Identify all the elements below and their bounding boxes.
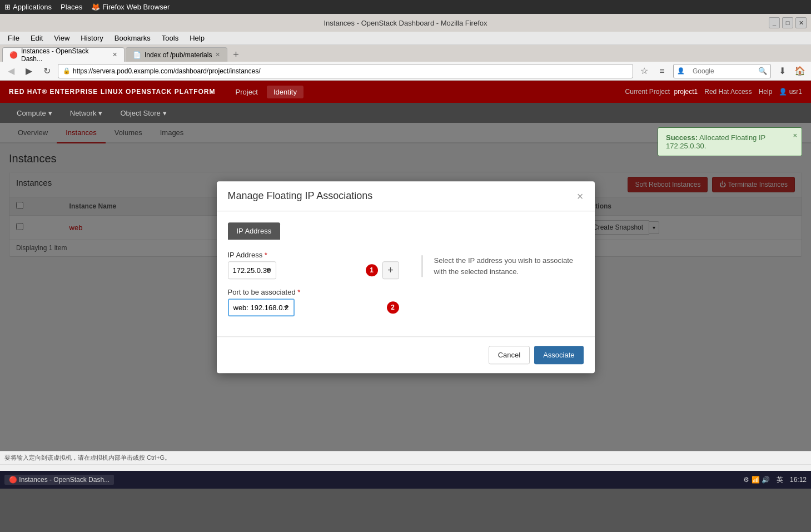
home-button[interactable]: 🏠	[793, 64, 807, 78]
apps-icon: ⊞	[4, 3, 11, 11]
add-ip-button[interactable]: +	[382, 261, 399, 279]
ip-select-wrap: 172.25.0.30	[228, 261, 358, 279]
status-message: 要将输入定向到该虚拟机，请在虚拟机内部单击或按 Ctrl+G。	[4, 454, 171, 462]
tab-label: Instances - OpenStack Dash...	[21, 47, 109, 63]
reader-view[interactable]: ≡	[655, 64, 669, 78]
modal-body: IP Address IP Address * 172.25.0.30	[217, 211, 595, 336]
back-button[interactable]: ◀	[4, 64, 18, 78]
close-button[interactable]: ✕	[795, 17, 807, 28]
notification-title: Success:	[666, 133, 698, 142]
modal-tabs: IP Address	[228, 222, 584, 240]
maximize-button[interactable]: □	[782, 17, 793, 28]
floating-ip-modal: Manage Floating IP Associations × IP Add…	[217, 181, 595, 373]
reload-button[interactable]: ↻	[40, 64, 53, 78]
port-select-wrap: web: 192.168.0.2	[228, 299, 379, 316]
download-button[interactable]: ⬇	[775, 64, 789, 78]
cancel-button[interactable]: Cancel	[489, 346, 530, 364]
search-button[interactable]: 🔍	[755, 67, 770, 75]
url-text: https://servera.pod0.example.com/dashboa…	[73, 67, 261, 75]
bookmark-star[interactable]: ☆	[638, 64, 651, 78]
port-label: Port to be associated *	[228, 288, 399, 296]
minimize-button[interactable]: _	[769, 17, 780, 28]
header-nav: Project Identity	[229, 86, 303, 98]
taskbar-right: ⚙ 📶 🔊 英 16:12	[743, 475, 807, 485]
object-store-menu[interactable]: Object Store ▾	[112, 106, 174, 121]
os-logo: RED HAT® ENTERPRISE LINUX OPENSTACK PLAT…	[9, 88, 216, 96]
notification-close[interactable]: ×	[793, 131, 797, 140]
url-bar[interactable]: 🔒 https://servera.pod0.example.com/dashb…	[58, 64, 633, 78]
search-input[interactable]	[688, 64, 755, 78]
menu-history-label[interactable]: History	[77, 33, 106, 43]
window-controls: _ □ ✕	[769, 17, 807, 28]
window-title: Instances - OpenStack Dashboard - Mozill…	[324, 19, 487, 27]
taskbar-lang: 英	[777, 475, 783, 485]
port-row: web: 192.168.0.2 2	[228, 299, 399, 316]
ip-address-group: IP Address * 172.25.0.30 1 +	[228, 251, 399, 279]
menu-bookmarks[interactable]: Bookmarks	[111, 33, 154, 43]
address-bar: ◀ ▶ ↻ 🔒 https://servera.pod0.example.com…	[0, 62, 811, 81]
compute-chevron: ▾	[48, 109, 52, 117]
tab-index-label: Index of /pub/materials	[145, 51, 212, 59]
help-link[interactable]: Help	[759, 88, 773, 96]
form-right: Select the IP address you wish to associ…	[412, 251, 584, 325]
user-menu[interactable]: 👤 usr1	[779, 88, 802, 96]
step1-badge: 1	[366, 264, 378, 276]
port-group: Port to be associated * web: 192.168.0.2…	[228, 288, 399, 316]
new-tab-button[interactable]: +	[228, 47, 243, 62]
modal-description: Select the IP address you wish to associ…	[421, 255, 584, 277]
modal-close-button[interactable]: ×	[577, 191, 584, 202]
scroll-bar-area[interactable]	[0, 464, 811, 471]
header-right: Current Project project1 Red Hat Access …	[625, 88, 803, 96]
header-identity[interactable]: Identity	[267, 86, 303, 98]
port-select[interactable]: web: 192.168.0.2	[228, 299, 295, 316]
red-hat-access[interactable]: Red Hat Access	[704, 88, 752, 96]
openstack-header: RED HAT® ENTERPRISE LINUX OPENSTACK PLAT…	[0, 81, 811, 103]
menu-edit[interactable]: Edit	[27, 33, 46, 43]
browser-chrome: Instances - OpenStack Dashboard - Mozill…	[0, 14, 811, 81]
os-places-menu[interactable]: Places	[61, 3, 82, 11]
modal-footer: Cancel Associate	[217, 336, 595, 373]
network-menu[interactable]: Network ▾	[62, 106, 111, 121]
success-notification: × Success: Allocated Floating IP 172.25.…	[658, 127, 802, 156]
ip-address-row: 172.25.0.30 1 +	[228, 261, 399, 279]
form-left: IP Address * 172.25.0.30 1 +	[228, 251, 399, 325]
current-project-label: Current Project project1	[625, 88, 698, 96]
tab-bar: 🔴 Instances - OpenStack Dash... ✕ 📄 Inde…	[0, 45, 811, 62]
modal-title: Manage Floating IP Associations	[228, 190, 373, 202]
tab-doc-icon: 📄	[133, 51, 141, 59]
ip-address-select[interactable]: 172.25.0.30	[228, 261, 276, 279]
ip-address-tab[interactable]: IP Address	[228, 222, 281, 240]
os-top-bar: ⊞ Applications Places 🦊 Firefox Web Brow…	[0, 0, 811, 14]
header-project[interactable]: Project	[229, 86, 265, 98]
main-content: Overview Instances Volumes Images Instan…	[0, 123, 811, 451]
forward-button[interactable]: ▶	[22, 64, 36, 78]
title-bar: Instances - OpenStack Dashboard - Mozill…	[0, 14, 811, 32]
tab-index[interactable]: 📄 Index of /pub/materials ✕	[126, 47, 227, 62]
network-chevron: ▾	[98, 109, 102, 117]
step2-badge: 2	[387, 301, 399, 314]
modal-form: IP Address * 172.25.0.30 1 +	[228, 251, 584, 325]
menu-bar: File Edit View Instances - OpenStack Das…	[0, 32, 811, 45]
status-bar: 要将输入定向到该虚拟机，请在虚拟机内部单击或按 Ctrl+G。	[0, 451, 811, 464]
menu-help[interactable]: Help	[186, 33, 208, 43]
os-applications-menu[interactable]: ⊞ Applications	[4, 3, 52, 11]
tab-favicon: 🔴	[9, 51, 18, 59]
taskbar: 🔴 Instances - OpenStack Dash... ⚙ 📶 🔊 英 …	[0, 471, 811, 489]
object-store-chevron: ▾	[163, 109, 167, 117]
taskbar-time: 16:12	[790, 476, 807, 484]
ip-address-label: IP Address *	[228, 251, 399, 259]
menu-file[interactable]: File	[4, 33, 23, 43]
lock-icon: 🔒	[63, 67, 71, 74]
menu-view[interactable]: View	[51, 33, 73, 43]
taskbar-icons: ⚙ 📶 🔊	[743, 476, 770, 484]
tab-close-index[interactable]: ✕	[215, 51, 220, 58]
modal-header: Manage Floating IP Associations ×	[217, 181, 595, 211]
tab-instances[interactable]: 🔴 Instances - OpenStack Dash... ✕	[2, 47, 125, 62]
user-icon: 👤	[674, 67, 688, 74]
compute-menu[interactable]: Compute ▾	[9, 106, 60, 121]
associate-button[interactable]: Associate	[534, 346, 583, 364]
tab-close-instances[interactable]: ✕	[112, 51, 117, 58]
menu-tools[interactable]: Tools	[158, 33, 182, 43]
taskbar-browser[interactable]: 🔴 Instances - OpenStack Dash...	[4, 475, 114, 485]
os-firefox-label: 🦊 Firefox Web Browser	[91, 3, 170, 11]
